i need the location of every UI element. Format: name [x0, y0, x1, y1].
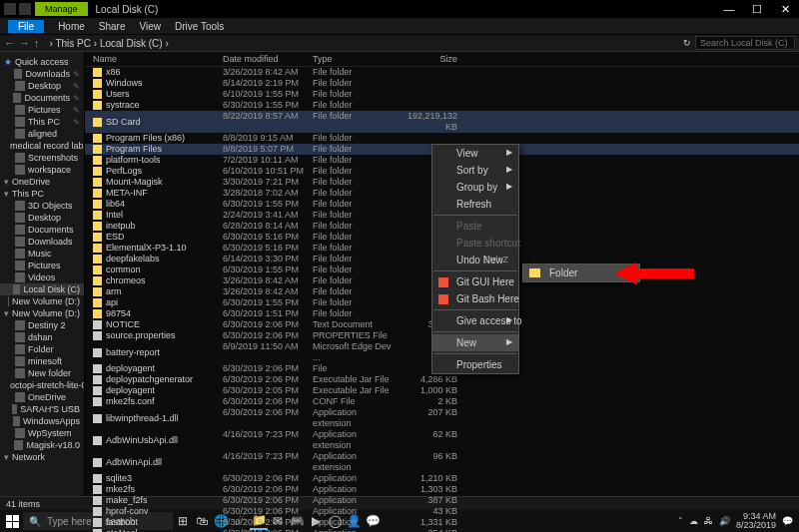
table-row[interactable]: make_f2fs6/30/2019 2:06 PMApplication387…	[85, 495, 799, 506]
sidebar-item[interactable]: Pictures✎	[0, 104, 84, 116]
refresh-icon[interactable]: ↻	[683, 38, 691, 48]
table-row[interactable]: Users6/10/2019 1:55 PMFile folder	[85, 89, 799, 100]
nav-back[interactable]: ←	[4, 37, 15, 49]
nav-forward[interactable]: →	[19, 37, 30, 49]
sidebar-item[interactable]: Folder	[0, 343, 84, 355]
ctx-git-bash[interactable]: Git Bash Here	[432, 290, 518, 307]
ctx-sort[interactable]: Sort by▶	[432, 162, 518, 179]
sidebar-item[interactable]: Downloads	[0, 236, 84, 248]
folder-icon	[15, 261, 25, 270]
col-date[interactable]: Date modified	[223, 54, 313, 64]
table-row[interactable]: hprof-conv6/30/2019 2:06 PMApplication43…	[85, 506, 799, 517]
sidebar-item[interactable]: workspace	[0, 164, 84, 176]
sidebar-group[interactable]: ▾OneDrive	[0, 176, 84, 188]
sidebar-item[interactable]: SARAH'S USB	[0, 403, 84, 415]
sidebar-item[interactable]: OneDrive	[0, 391, 84, 403]
ctx-give-access[interactable]: Give access to▶	[432, 312, 518, 329]
ctx-undo[interactable]: Undo NewCtrl+Z	[432, 252, 518, 268]
folder-icon	[93, 68, 102, 77]
sidebar-item[interactable]: Videos	[0, 271, 84, 283]
tab-share[interactable]: Share	[99, 21, 126, 32]
table-row[interactable]: systrace6/30/2019 1:55 PMFile folder	[85, 100, 799, 111]
sidebar-item[interactable]: WpSystem	[0, 427, 84, 439]
sidebar-item[interactable]: Desktop✎	[0, 80, 84, 92]
col-type[interactable]: Type	[313, 54, 398, 64]
table-row[interactable]: deploypatchgenerator6/30/2019 2:06 PMExe…	[85, 374, 799, 385]
table-row[interactable]: mke2fs6/30/2019 2:06 PMApplication1,303 …	[85, 484, 799, 495]
manage-tab[interactable]: Manage	[35, 2, 88, 16]
table-row[interactable]: libwinpthread-1.dll6/30/2019 2:06 PMAppl…	[85, 407, 799, 429]
folder-icon	[15, 392, 25, 402]
sidebar-item[interactable]: octopi-stretch-lite-0	[0, 379, 84, 391]
folder-icon	[93, 145, 102, 154]
nav-up[interactable]: ↑	[34, 37, 40, 49]
sidebar-item[interactable]: medical record labs	[0, 140, 84, 152]
sidebar-item[interactable]: Documents✎	[0, 92, 84, 104]
ctx-git-gui[interactable]: Git GUI Here	[432, 273, 518, 290]
folder-icon	[4, 3, 16, 15]
folder-icon	[15, 344, 25, 354]
table-row[interactable]: mke2fs.conf6/30/2019 2:06 PMCONF File2 K…	[85, 396, 799, 407]
folder-icon	[93, 90, 102, 99]
file-icon	[93, 364, 102, 373]
sidebar-item[interactable]: This PC✎	[0, 116, 84, 128]
col-name[interactable]: Name	[93, 54, 223, 64]
sidebar-item[interactable]: Documents	[0, 224, 84, 236]
tab-drive-tools[interactable]: Drive Tools	[175, 21, 224, 32]
start-button[interactable]	[2, 511, 22, 531]
ctx-properties[interactable]: Properties	[432, 356, 518, 373]
table-row[interactable]: x863/26/2019 8:42 AMFile folder	[85, 67, 799, 78]
sidebar-item[interactable]: Music	[0, 248, 84, 260]
pin-icon: ✎	[73, 106, 80, 115]
table-row[interactable]: Program Files (x86)8/8/2019 9:15 AMFile …	[85, 133, 799, 144]
minimize-button[interactable]: —	[715, 3, 743, 16]
table-row[interactable]: AdbWinUsbApi.dll4/16/2019 7:23 PMApplica…	[85, 429, 799, 451]
ctx-new[interactable]: New▶	[432, 334, 518, 351]
sidebar-item[interactable]: Local Disk (C)	[0, 283, 84, 295]
table-row[interactable]: AdbWinApi.dll4/16/2019 7:23 PMApplicatio…	[85, 451, 799, 473]
table-row[interactable]: Windows8/14/2019 2:19 PMFile folder	[85, 78, 799, 89]
sidebar-item[interactable]: Screenshots	[0, 152, 84, 164]
sidebar-item[interactable]: Downloads✎	[0, 68, 84, 80]
file-icon	[93, 414, 102, 423]
table-row[interactable]: sqlite36/30/2019 2:06 PMApplication1,210…	[85, 473, 799, 484]
folder-icon	[13, 416, 20, 426]
sidebar-group[interactable]: ▾New Volume (D:)	[0, 307, 84, 319]
pin-icon: ✎	[73, 94, 80, 103]
col-size[interactable]: Size	[398, 54, 457, 64]
folder-icon	[15, 129, 25, 139]
search-icon: 🔍	[29, 516, 41, 527]
ctx-group[interactable]: Group by▶	[432, 179, 518, 196]
svg-rect-1	[6, 515, 12, 521]
sidebar-group[interactable]: ▾This PC	[0, 188, 84, 200]
sidebar-item[interactable]: WindowsApps	[0, 415, 84, 427]
sidebar-item[interactable]: aligned	[0, 128, 84, 140]
sidebar-item[interactable]: Destiny 2	[0, 319, 84, 331]
sidebar-item[interactable]: Pictures	[0, 260, 84, 271]
sidebar-group[interactable]: ▾Network	[0, 451, 84, 463]
table-row[interactable]: etc1tool6/30/2019 2:06 PMApplication354 …	[85, 528, 799, 532]
breadcrumb[interactable]: › This PC › Local Disk (C) ›	[44, 38, 680, 49]
tab-file[interactable]: File	[8, 20, 44, 33]
table-row[interactable]: SD Card8/22/2019 8:57 AMFile folder192,2…	[85, 111, 799, 133]
ctx-view[interactable]: View▶	[432, 145, 518, 162]
tab-home[interactable]: Home	[58, 21, 85, 32]
sidebar-item[interactable]: minesoft	[0, 355, 84, 367]
svg-rect-4	[13, 522, 19, 528]
sidebar-group[interactable]: ★Quick access	[0, 56, 84, 68]
tab-view[interactable]: View	[140, 21, 162, 32]
table-row[interactable]: deployagent6/30/2019 2:05 PMExecutable J…	[85, 385, 799, 396]
sidebar-item[interactable]: Desktop	[0, 212, 84, 224]
close-button[interactable]: ✕	[771, 3, 799, 16]
ctx-refresh[interactable]: Refresh	[432, 196, 518, 213]
sidebar-item[interactable]: New folder	[0, 367, 84, 379]
search-input[interactable]	[695, 36, 795, 50]
maximize-button[interactable]: ☐	[743, 3, 771, 16]
pin-icon: ✎	[73, 118, 80, 127]
folder-icon	[15, 356, 25, 366]
sidebar-item[interactable]: New Volume (D:)	[0, 295, 84, 307]
sidebar-item[interactable]: 3D Objects	[0, 200, 84, 212]
sidebar-item[interactable]: Magisk-v18.0	[0, 439, 84, 451]
sidebar-item[interactable]: dshan	[0, 331, 84, 343]
table-row[interactable]: fastboot6/30/2019 2:06 PMApplication1,33…	[85, 517, 799, 528]
